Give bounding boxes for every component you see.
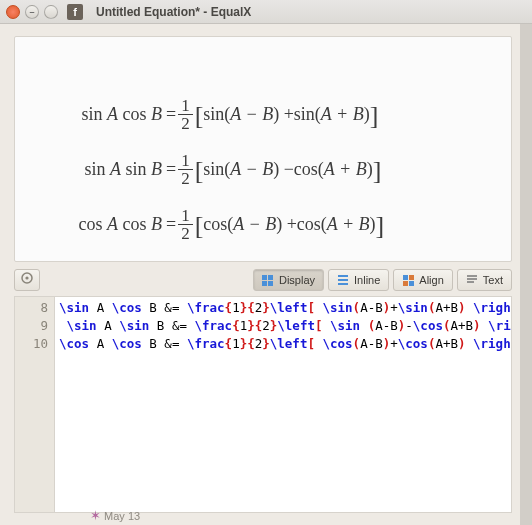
code-area[interactable]: \sin A \cos B &= \frac{1}{2}\left[ \sin(… [55, 297, 511, 512]
text-icon [466, 273, 478, 287]
line-number: 10 [15, 335, 48, 353]
window-title: Untitled Equation* - EqualX [96, 5, 251, 19]
equation-row: sin A cos B = 12 [sin(A − B) + sin(A + B… [48, 97, 478, 132]
svg-point-3 [25, 276, 28, 279]
settings-button[interactable] [14, 269, 40, 291]
gear-icon [20, 271, 34, 289]
equation-preview: sin A cos B = 12 [sin(A − B) + sin(A + B… [14, 36, 512, 262]
code-line[interactable]: \cos A \cos B &= \frac{1}{2}\left[ \cos(… [59, 335, 507, 353]
display-mode-button[interactable]: Display [253, 269, 324, 291]
footer-text: ✶ May 13 [90, 508, 140, 523]
display-label: Display [279, 274, 315, 286]
code-line[interactable]: \sin A \cos B &= \frac{1}{2}\left[ \sin(… [59, 299, 507, 317]
line-number: 9 [15, 317, 48, 335]
view-toolbar: Display Inline Align Text [6, 266, 520, 296]
align-label: Align [419, 274, 443, 286]
display-icon [262, 274, 274, 286]
text-label: Text [483, 274, 503, 286]
app-icon: f [67, 4, 83, 20]
window-minimize-button[interactable]: – [25, 5, 39, 19]
equation-row: cos A cos B = 12 [cos(A − B) + cos(A + B… [48, 207, 478, 242]
window-maximize-button[interactable] [44, 5, 58, 19]
inline-label: Inline [354, 274, 380, 286]
window-titlebar: – f Untitled Equation* - EqualX [0, 0, 532, 24]
inline-mode-button[interactable]: Inline [328, 269, 389, 291]
latex-editor[interactable]: 8910 \sin A \cos B &= \frac{1}{2}\left[ … [14, 296, 512, 513]
align-mode-button[interactable]: Align [393, 269, 452, 291]
window-close-button[interactable] [6, 5, 20, 19]
workspace: sin A cos B = 12 [sin(A − B) + sin(A + B… [0, 24, 532, 525]
align-icon [402, 274, 414, 286]
inline-icon [337, 273, 349, 287]
code-line[interactable]: \sin A \sin B &= \frac{1}{2}\left[ \sin … [59, 317, 507, 335]
line-gutter: 8910 [15, 297, 55, 512]
svg-text:f: f [73, 6, 77, 18]
text-mode-button[interactable]: Text [457, 269, 512, 291]
equation-row: sin A sin B = 12 [sin(A − B) − cos(A + B… [48, 152, 478, 187]
line-number: 8 [15, 299, 48, 317]
